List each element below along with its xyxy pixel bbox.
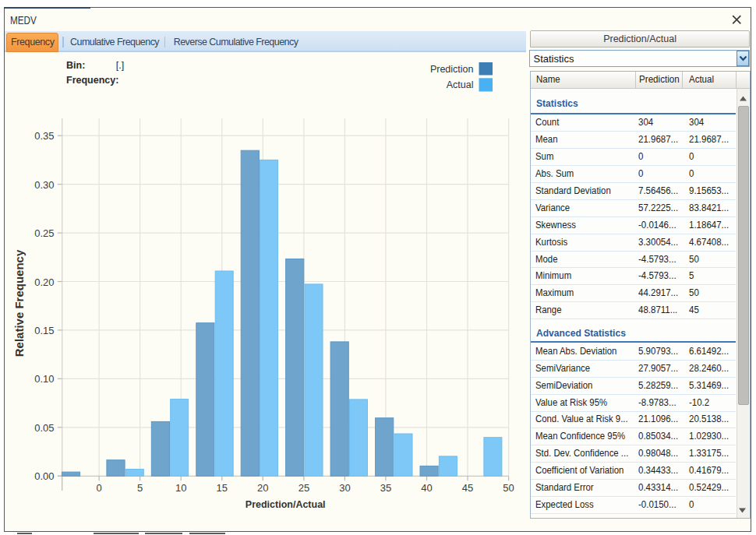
svg-text:20: 20 (257, 482, 268, 494)
svg-text:0.30: 0.30 (34, 179, 54, 191)
svg-text:0.10: 0.10 (34, 373, 54, 385)
svg-text:Prediction/Actual: Prediction/Actual (246, 499, 326, 510)
svg-text:15: 15 (217, 482, 228, 494)
svg-text:30: 30 (339, 482, 350, 494)
svg-text:0.15: 0.15 (34, 325, 54, 336)
svg-text:Relative Frequency: Relative Frequency (12, 249, 26, 357)
svg-text:45: 45 (462, 482, 473, 494)
svg-text:25: 25 (299, 482, 309, 494)
svg-text:0.25: 0.25 (34, 227, 54, 239)
svg-text:0.20: 0.20 (34, 276, 54, 288)
svg-text:10: 10 (175, 482, 186, 494)
svg-text:0.00: 0.00 (34, 470, 54, 482)
svg-text:Prediction: Prediction (430, 64, 474, 75)
svg-text:Actual: Actual (447, 79, 474, 90)
svg-text:40: 40 (421, 482, 432, 494)
svg-text:5: 5 (137, 482, 143, 494)
svg-text:35: 35 (380, 482, 391, 494)
svg-text:0.05: 0.05 (34, 422, 54, 434)
svg-text:0.35: 0.35 (34, 130, 54, 142)
svg-text:50: 50 (503, 482, 514, 494)
svg-text:0: 0 (96, 482, 101, 494)
